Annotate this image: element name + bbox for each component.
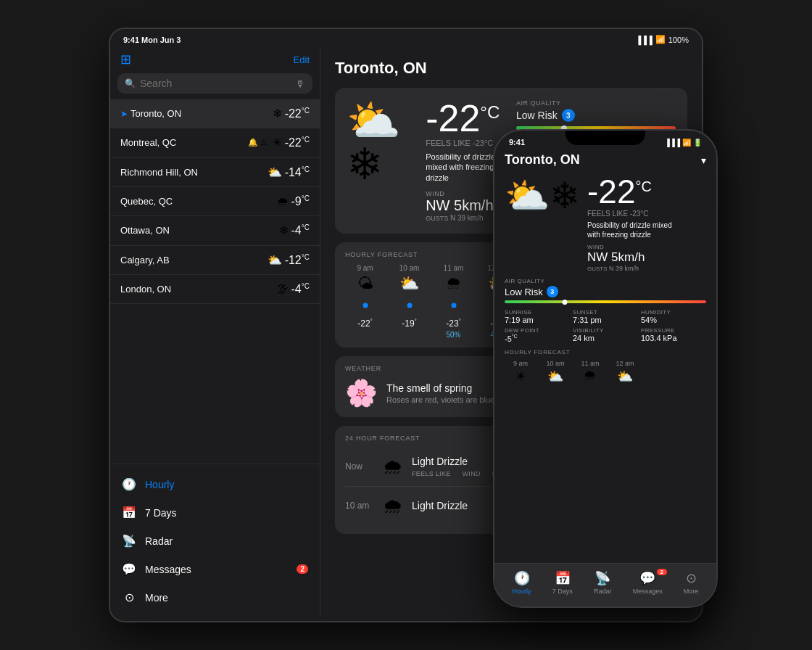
battery-icon: 🔋	[693, 139, 702, 147]
phone-hourly-item: 11 am 🌨	[574, 360, 606, 384]
phone-aq-indicator	[563, 300, 568, 305]
detail-value: 103.4 kPa	[641, 334, 706, 342]
phone-hourly-time: 12 am	[616, 360, 634, 367]
phone-hourly-item: 12 am ⛅	[609, 360, 641, 384]
tab-label: Messages	[633, 588, 663, 595]
phone-aq-label: AIR QUALITY	[505, 278, 706, 284]
phone-hourly-time: 10 am	[546, 360, 564, 367]
phone-detail-item: HUMIDITY 54%	[641, 309, 706, 324]
clock-icon: 🕐	[514, 570, 530, 586]
weather-icon: ⛅	[268, 165, 282, 179]
search-icon: 🔍	[125, 78, 136, 89]
phone-aq-badge: 3	[547, 286, 558, 297]
detail-label: SUNRISE	[505, 309, 570, 316]
list-item[interactable]: Ottawa, ON ❄ -4°C	[110, 216, 320, 245]
hourly-label: Hourly	[145, 479, 174, 490]
sidebar-item-7days[interactable]: 📅 7 Days	[110, 498, 320, 527]
radar-label: Radar	[145, 535, 173, 547]
weather-icon: ❄	[273, 107, 282, 120]
tab-messages[interactable]: 💬 2 Messages	[633, 570, 663, 595]
tab-label: 7 Days	[552, 588, 573, 595]
tablet-time: 9:41 Mon Jun 3	[123, 36, 181, 44]
phone-hourly-item: 10 am ⛅	[539, 360, 571, 384]
current-main: ⛅❄ -22°C FEELS LIKE -23°C Possibility of…	[347, 99, 505, 222]
tab-more[interactable]: ⊙ More	[684, 570, 699, 595]
edit-button[interactable]: Edit	[294, 54, 310, 65]
sidebar-header: ⊞ Edit	[110, 47, 320, 73]
forecast-icon: 🌧	[383, 494, 403, 518]
battery-icon: 100%	[668, 36, 689, 44]
hourly-item: 10 am ⛅ -19°	[389, 264, 429, 339]
clock-icon: 🕐	[122, 477, 136, 491]
phone-hourly: 9 am ☀ 10 am ⛅ 11 am 🌨 12 am ⛅	[505, 360, 706, 384]
hourly-time: 11 am	[444, 264, 464, 272]
phone-temperature: -22°C	[587, 175, 682, 208]
tab-label: More	[684, 588, 699, 595]
detail-label: PRESSURE	[641, 327, 706, 334]
detail-label: VISIBILITY	[573, 327, 638, 334]
city-name: Montreal, QC	[120, 137, 248, 148]
list-item[interactable]: London, ON 🌫 -4°C	[110, 275, 320, 304]
more-icon: ⊙	[122, 591, 136, 604]
list-item[interactable]: ➤ Toronto, ON ❄ -22°C	[110, 99, 320, 128]
weather-icon-large: ⛅❄	[347, 99, 417, 186]
list-item[interactable]: Richmond Hill, ON ⛅ -14°C	[110, 158, 320, 187]
detail-value: -5°C	[505, 334, 570, 343]
messages-label: Messages	[145, 564, 191, 575]
hourly-weather-icon: ⛅	[399, 274, 419, 293]
tab-hourly[interactable]: 🕐 Hourly	[513, 570, 531, 595]
city-name: Toronto, ON	[130, 108, 273, 119]
list-item[interactable]: Calgary, AB ⛅ -12°C	[110, 246, 320, 275]
messages-tab-badge: 2	[657, 569, 667, 575]
phone-detail-item: SUNSET 7:31 pm	[573, 309, 638, 324]
phone-device: 9:41 ▐▐▐ 📶 🔋 Toronto, ON ▾ ⛅❄ -22°C FEEL…	[493, 129, 718, 608]
tab-label: Hourly	[513, 588, 531, 595]
feels-like-label: FEELS LIKE	[412, 470, 451, 477]
mic-icon[interactable]: 🎙	[296, 78, 305, 89]
sidebar-item-more[interactable]: ⊙ More	[110, 583, 320, 612]
phone-aq-row: Low Risk 3	[505, 286, 706, 297]
more-label: More	[145, 592, 168, 604]
weather-icon: ☀	[272, 136, 282, 149]
hourly-item: 11 am 🌨 -23° 50%	[434, 264, 473, 339]
grid-icon: ⊞	[120, 52, 131, 67]
list-item[interactable]: Quebec, QC 🌧 -9°C	[110, 187, 320, 216]
city-temp: -22°C	[285, 136, 310, 149]
phone-feels-like: FEELS LIKE -23°C	[587, 210, 682, 218]
city-temp: -14°C	[285, 165, 310, 179]
forecast-icon: 🌧	[383, 455, 403, 479]
search-bar[interactable]: 🔍 🎙	[117, 73, 312, 94]
phone-city-row: Toronto, ON ▾	[505, 152, 706, 168]
hourly-precip: 50%	[446, 331, 460, 339]
phone-aq-bar	[505, 300, 706, 303]
calendar-icon: 📅	[555, 570, 571, 586]
search-input[interactable]	[140, 78, 291, 89]
aq-row: Low Risk 3	[516, 109, 676, 122]
sidebar-item-messages[interactable]: 💬 Messages 2	[110, 555, 320, 583]
messages-icon: 💬	[639, 570, 655, 586]
detail-label: SUNSET	[573, 309, 638, 316]
city-name: Ottawa, ON	[120, 225, 279, 236]
sidebar-item-radar[interactable]: 📡 Radar	[110, 527, 320, 555]
phone-hourly-icon: ⛅	[547, 369, 563, 384]
messages-badge: 2	[297, 564, 308, 574]
tab-7days[interactable]: 📅 7 Days	[552, 570, 573, 595]
phone-detail-item: PRESSURE 103.4 kPa	[641, 327, 706, 343]
hourly-temp: -22°	[357, 318, 373, 329]
wifi-icon: 📶	[682, 139, 691, 147]
phone-aq-section: AIR QUALITY Low Risk 3	[505, 278, 706, 303]
tab-radar[interactable]: 📡 Radar	[594, 570, 612, 595]
sidebar-item-hourly[interactable]: 🕐 Hourly	[110, 470, 320, 498]
detail-value: 7:31 pm	[573, 316, 638, 324]
warning-icon: ⚠	[260, 138, 268, 147]
hourly-weather-icon: 🌨	[446, 274, 462, 293]
hourly-weather-icon: 🌤	[357, 274, 373, 293]
current-temperature: -22°C	[426, 99, 505, 137]
list-item[interactable]: Montreal, QC 🔔 ⚠ ☀ -22°C	[110, 128, 320, 157]
wind-label: WIND	[463, 470, 481, 477]
phone-wind-label: WIND	[587, 244, 682, 250]
aq-badge: 3	[562, 109, 575, 122]
radar-icon: 📡	[122, 534, 136, 548]
calendar-icon: 📅	[122, 506, 136, 519]
phone-aq-value: Low Risk	[505, 287, 543, 297]
